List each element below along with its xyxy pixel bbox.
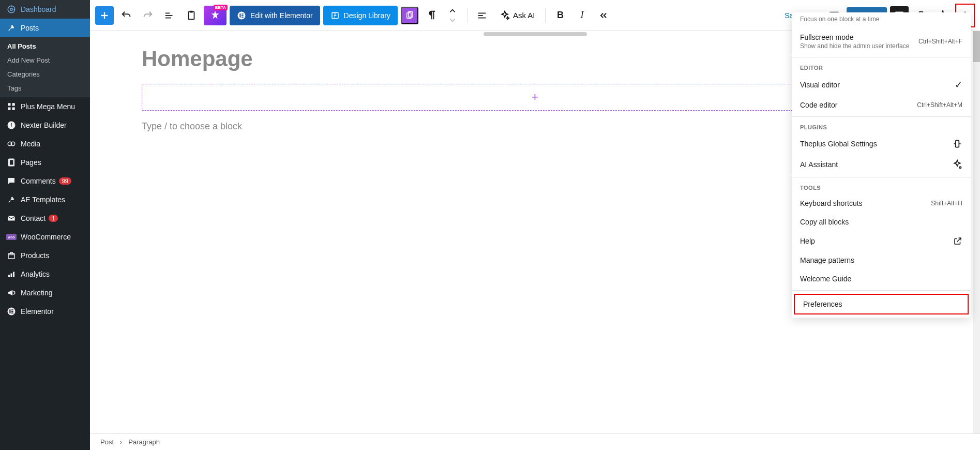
dd-code-editor[interactable]: Code editorCtrl+Shift+Alt+M bbox=[792, 96, 971, 114]
bold-button[interactable]: B bbox=[551, 6, 569, 25]
svg-rect-6 bbox=[12, 103, 15, 106]
sidebar-label: Pages bbox=[21, 158, 41, 167]
undo-button[interactable] bbox=[117, 6, 135, 25]
sidebar-label: Media bbox=[21, 140, 40, 148]
clipboard-tool-button[interactable] bbox=[401, 7, 418, 24]
sidebar-label: AE Templates bbox=[21, 196, 65, 204]
sidebar-item-posts[interactable]: Posts bbox=[0, 19, 90, 37]
svg-line-15 bbox=[9, 201, 10, 202]
design-library-button[interactable]: Design Library bbox=[323, 6, 398, 25]
sidebar-sub-tags[interactable]: Tags bbox=[0, 81, 90, 95]
svg-rect-33 bbox=[189, 11, 194, 19]
page-icon bbox=[6, 157, 17, 168]
dd-section-plugins: PLUGINS bbox=[792, 119, 971, 133]
italic-button[interactable]: I bbox=[572, 6, 591, 25]
megaphone-icon bbox=[6, 288, 17, 298]
move-down-button[interactable] bbox=[443, 16, 462, 25]
sidebar-label: Contact bbox=[21, 214, 46, 222]
sidebar-label: Analytics bbox=[21, 270, 50, 278]
svg-rect-57 bbox=[956, 140, 959, 147]
breadcrumb-post[interactable]: Post bbox=[100, 438, 114, 446]
analytics-icon bbox=[6, 269, 17, 279]
align-button[interactable] bbox=[473, 6, 491, 25]
svg-rect-7 bbox=[8, 108, 10, 110]
sidebar-label: Nexter Builder bbox=[21, 121, 67, 129]
sidebar-label: Marketing bbox=[21, 289, 52, 297]
sidebar-item-analytics[interactable]: Analytics bbox=[0, 265, 90, 283]
dd-section-editor: EDITOR bbox=[792, 59, 971, 74]
svg-rect-22 bbox=[13, 272, 14, 278]
paste-button[interactable] bbox=[182, 6, 201, 25]
svg-point-60 bbox=[959, 167, 961, 168]
dd-theplus[interactable]: Theplus Global Settings bbox=[792, 133, 971, 154]
svg-rect-24 bbox=[9, 309, 10, 313]
dd-fullscreen[interactable]: Fullscreen modeShow and hide the admin u… bbox=[792, 28, 971, 55]
sidebar-item-pages[interactable]: Pages bbox=[0, 153, 90, 172]
svg-rect-36 bbox=[239, 13, 240, 18]
svg-rect-8 bbox=[12, 108, 15, 110]
redo-button[interactable] bbox=[139, 6, 157, 25]
dd-spotlight[interactable]: Focus on one block at a time bbox=[792, 12, 971, 28]
media-icon bbox=[6, 139, 17, 149]
comment-icon bbox=[6, 176, 17, 186]
sidebar-item-contact[interactable]: Contact1 bbox=[0, 209, 90, 228]
svg-text:woo: woo bbox=[7, 235, 14, 239]
dd-manage-patterns[interactable]: Manage patterns bbox=[792, 251, 971, 269]
sidebar-item-ae-templates[interactable]: AE Templates bbox=[0, 190, 90, 209]
sidebar-item-plus-mega-menu[interactable]: Plus Mega Menu bbox=[0, 97, 90, 116]
pin-icon bbox=[6, 194, 17, 205]
beta-tool-button[interactable]: BETA bbox=[204, 6, 227, 25]
sidebar-item-media[interactable]: Media bbox=[0, 134, 90, 153]
svg-rect-14 bbox=[9, 160, 13, 166]
dd-welcome[interactable]: Welcome Guide bbox=[792, 269, 971, 288]
svg-rect-5 bbox=[8, 103, 10, 106]
check-icon: ✓ bbox=[955, 79, 962, 91]
dd-copy-all[interactable]: Copy all blocks bbox=[792, 213, 971, 231]
admin-sidebar: Dashboard Posts All Posts Add New Post C… bbox=[0, 0, 90, 450]
move-up-button[interactable] bbox=[443, 6, 462, 16]
svg-text:!: ! bbox=[10, 122, 12, 128]
paragraph-button[interactable] bbox=[421, 6, 440, 25]
document-overview-button[interactable] bbox=[160, 6, 179, 25]
sidebar-sub-all-posts[interactable]: All Posts bbox=[0, 39, 90, 53]
breadcrumb-paragraph[interactable]: Paragraph bbox=[128, 438, 160, 446]
dd-visual-editor[interactable]: Visual editor✓ bbox=[792, 74, 971, 96]
pin-icon bbox=[6, 23, 17, 33]
dd-divider bbox=[792, 116, 971, 117]
vertical-scrollbar[interactable] bbox=[973, 31, 980, 433]
dd-ai-assistant[interactable]: AI Assistant bbox=[792, 154, 971, 175]
sidebar-item-woocommerce[interactable]: wooWooCommerce bbox=[0, 228, 90, 246]
beta-badge: BETA bbox=[214, 5, 228, 10]
sidebar-label: Posts bbox=[21, 24, 39, 32]
dd-preferences[interactable]: Preferences bbox=[794, 294, 969, 314]
external-link-icon bbox=[953, 236, 962, 246]
sidebar-label: Dashboard bbox=[21, 5, 56, 13]
add-block-button[interactable] bbox=[95, 6, 114, 25]
sidebar-item-comments[interactable]: Comments99 bbox=[0, 172, 90, 190]
sidebar-item-marketing[interactable]: Marketing bbox=[0, 283, 90, 302]
svg-rect-19 bbox=[8, 253, 14, 259]
edit-elementor-button[interactable]: Edit with Elementor bbox=[230, 6, 320, 25]
sidebar-item-dashboard[interactable]: Dashboard bbox=[0, 0, 90, 19]
dd-help[interactable]: Help bbox=[792, 231, 971, 251]
sidebar-item-elementor[interactable]: Elementor bbox=[0, 302, 90, 321]
sidebar-sub-add-new[interactable]: Add New Post bbox=[0, 53, 90, 67]
svg-line-4 bbox=[9, 29, 10, 31]
products-icon bbox=[6, 250, 17, 261]
svg-rect-39 bbox=[242, 17, 244, 18]
main-area: BETA Edit with Elementor Design Library … bbox=[90, 0, 980, 450]
sidebar-item-products[interactable]: Products bbox=[0, 246, 90, 265]
count-badge: 99 bbox=[59, 177, 71, 185]
svg-rect-27 bbox=[11, 312, 13, 313]
sidebar-item-nexter-builder[interactable]: !Nexter Builder bbox=[0, 116, 90, 134]
grid-icon bbox=[6, 101, 17, 112]
svg-rect-34 bbox=[190, 10, 193, 12]
sidebar-sub-categories[interactable]: Categories bbox=[0, 67, 90, 81]
dd-shortcuts[interactable]: Keyboard shortcutsShift+Alt+H bbox=[792, 194, 971, 213]
sidebar-label: WooCommerce bbox=[21, 233, 71, 241]
scrollbar-thumb[interactable] bbox=[973, 31, 980, 62]
more-formatting-button[interactable] bbox=[594, 6, 613, 25]
sidebar-label: Products bbox=[21, 251, 49, 260]
ask-ai-button[interactable]: Ask AI bbox=[494, 10, 540, 21]
dd-section-tools: TOOLS bbox=[792, 179, 971, 194]
